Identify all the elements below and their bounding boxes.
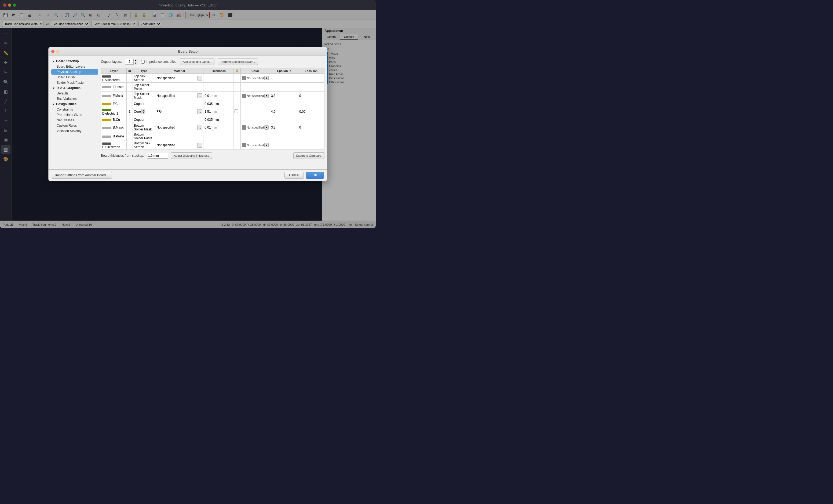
table-row: F.Silkscreen Top Silk Screen ... Not spe… bbox=[101, 74, 325, 83]
lock-check-4[interactable] bbox=[235, 110, 238, 113]
cell-color-1 bbox=[241, 83, 270, 92]
cell-thickness-0 bbox=[204, 74, 234, 83]
cell-loss-1 bbox=[298, 83, 325, 92]
cell-material-8: ... bbox=[156, 141, 204, 150]
board-thickness-label: Board thickness from stackup: bbox=[101, 154, 144, 158]
modal-body: ▼ Board Stackup Board Editor Layers Phys… bbox=[49, 56, 327, 169]
nav-item-violation-severity[interactable]: Violation Severity bbox=[51, 128, 98, 134]
cell-epsilon-6 bbox=[270, 123, 298, 132]
impedance-controlled-text: Impedance controlled bbox=[146, 60, 176, 64]
cell-lock-6 bbox=[234, 123, 241, 132]
thickness-input-2[interactable] bbox=[205, 94, 232, 98]
nav-item-predefined-sizes[interactable]: Pre-defined Sizes bbox=[51, 112, 98, 118]
adjust-dielectric-button[interactable]: Adjust Dielectric Thickness bbox=[171, 152, 212, 159]
material-dots-0[interactable]: ... bbox=[197, 76, 202, 80]
nav-item-text-variables[interactable]: Text Variables bbox=[51, 96, 98, 101]
cell-id-1 bbox=[127, 83, 133, 92]
board-setup-modal: Board Setup ▼ Board Stackup Board Editor… bbox=[48, 47, 327, 181]
cell-epsilon-0 bbox=[270, 74, 298, 83]
nav-item-physical-stackup[interactable]: Physical Stackup bbox=[51, 69, 98, 75]
cell-epsilon-7 bbox=[270, 132, 298, 141]
type-up-4[interactable]: ▲ bbox=[141, 109, 145, 112]
copper-stepper-down[interactable]: ▼ bbox=[134, 62, 138, 65]
cell-lock-4 bbox=[234, 107, 241, 116]
table-row: B.Paste Bottom Solder Paste bbox=[101, 132, 325, 141]
cell-type-1: Top Solder Paste bbox=[133, 83, 155, 92]
color-dropdown-8[interactable]: ▼ bbox=[264, 143, 269, 147]
cell-id-6 bbox=[127, 123, 133, 132]
cell-material-6: ... bbox=[156, 123, 204, 132]
nav-text-graphics-header[interactable]: ▼ Text & Graphics bbox=[51, 85, 98, 91]
cancel-button[interactable]: Cancel bbox=[284, 172, 304, 179]
cell-epsilon-5 bbox=[270, 116, 298, 123]
color-dropdown-2[interactable]: ▼ bbox=[264, 94, 269, 98]
material-input-4[interactable] bbox=[157, 110, 197, 114]
nav-item-net-classes[interactable]: Net Classes bbox=[51, 118, 98, 123]
material-input-0[interactable] bbox=[157, 76, 197, 80]
cell-type-3: Copper bbox=[133, 100, 155, 107]
col-material: Material bbox=[156, 68, 204, 74]
modal-close-button[interactable] bbox=[51, 50, 54, 53]
copper-layers-input[interactable] bbox=[125, 60, 134, 64]
table-row: B.Cu Copper bbox=[101, 116, 325, 123]
cell-material-0: ... bbox=[156, 74, 204, 83]
nav-design-rules-header[interactable]: ▼ Design Rules bbox=[51, 101, 98, 107]
epsilon-input-4[interactable] bbox=[271, 110, 297, 114]
thickness-input-3[interactable] bbox=[205, 102, 232, 106]
nav-item-board-editor-layers[interactable]: Board Editor Layers bbox=[51, 64, 98, 69]
material-input-8[interactable] bbox=[157, 143, 197, 147]
cell-thickness-3 bbox=[204, 100, 234, 107]
material-input-2[interactable] bbox=[157, 94, 197, 98]
export-clipboard-button[interactable]: Export to Clipboard bbox=[293, 152, 325, 159]
cell-color-8: Not specified ▼ bbox=[241, 141, 270, 150]
nav-board-stackup-header[interactable]: ▼ Board Stackup bbox=[51, 58, 98, 64]
modal-min-button[interactable] bbox=[56, 50, 59, 53]
type-down-4[interactable]: ▼ bbox=[141, 112, 145, 114]
cell-material-7 bbox=[156, 132, 204, 141]
ok-button[interactable]: OK bbox=[306, 172, 324, 179]
nav-item-solder-mask-paste[interactable]: Solder Mask/Paste bbox=[51, 80, 98, 85]
material-dots-8[interactable]: ... bbox=[197, 143, 202, 148]
nav-design-rules-label: Design Rules bbox=[56, 102, 76, 106]
material-dots-2[interactable]: ... bbox=[197, 93, 202, 98]
cell-loss-4 bbox=[298, 107, 325, 116]
add-dielectric-button[interactable]: Add Dielectric Layer... bbox=[180, 58, 214, 65]
table-row: B.Mask Bottom Solder Mask ... Not specif… bbox=[101, 123, 325, 132]
loss-input-2[interactable] bbox=[299, 94, 323, 98]
copper-stepper-up[interactable]: ▲ bbox=[134, 59, 138, 62]
cell-type-4: Core ▲ ▼ bbox=[133, 107, 155, 116]
thickness-input-5[interactable] bbox=[205, 118, 232, 122]
nav-board-stackup-arrow: ▼ bbox=[52, 60, 55, 63]
cell-loss-6 bbox=[298, 123, 325, 132]
loss-input-4[interactable] bbox=[299, 110, 323, 114]
remove-dielectric-button[interactable]: Remove Dielectric Layer... bbox=[218, 58, 258, 65]
color-dropdown-6[interactable]: ▼ bbox=[264, 125, 269, 129]
thickness-input-6[interactable] bbox=[205, 126, 232, 129]
impedance-controlled-checkbox[interactable] bbox=[141, 60, 145, 64]
cell-thickness-1 bbox=[204, 83, 234, 92]
material-dots-6[interactable]: ... bbox=[197, 125, 202, 130]
nav-item-constraints[interactable]: Constraints bbox=[51, 107, 98, 112]
color-box-2 bbox=[242, 94, 246, 98]
col-type: Type bbox=[133, 68, 155, 74]
copper-stepper-buttons: ▲ ▼ bbox=[134, 59, 138, 65]
thickness-input-4[interactable] bbox=[205, 110, 232, 114]
epsilon-input-2[interactable] bbox=[271, 94, 297, 98]
cell-lock-3 bbox=[234, 100, 241, 107]
nav-item-custom-rules[interactable]: Custom Rules bbox=[51, 123, 98, 128]
table-row: Dielectric 1 1Core ▲ ▼ ... bbox=[101, 107, 325, 116]
material-dots-4[interactable]: ... bbox=[197, 109, 202, 114]
cell-id-3 bbox=[127, 100, 133, 107]
material-input-6[interactable] bbox=[157, 126, 197, 129]
color-box-0 bbox=[242, 76, 246, 80]
loss-input-6[interactable] bbox=[299, 126, 323, 129]
modal-overlay: Board Setup ▼ Board Stackup Board Editor… bbox=[0, 0, 376, 228]
import-settings-button[interactable]: Import Settings from Another Board... bbox=[52, 172, 112, 179]
cell-id-7 bbox=[127, 132, 133, 141]
color-dropdown-0[interactable]: ▼ bbox=[264, 76, 269, 80]
epsilon-input-6[interactable] bbox=[271, 126, 297, 129]
nav-item-defaults[interactable]: Defaults bbox=[51, 91, 98, 96]
cell-type-7: Bottom Solder Paste bbox=[133, 132, 155, 141]
board-thickness-input[interactable] bbox=[147, 153, 168, 159]
nav-item-board-finish[interactable]: Board Finish bbox=[51, 75, 98, 80]
